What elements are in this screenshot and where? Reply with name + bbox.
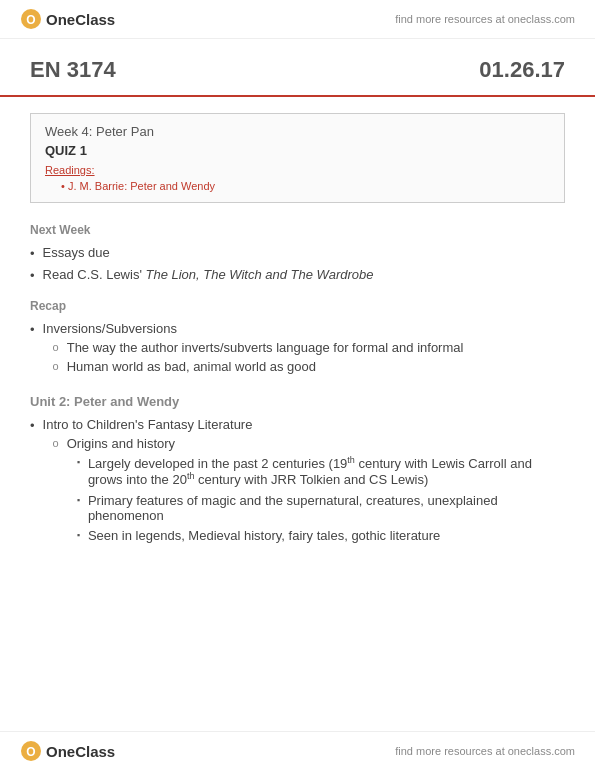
list-item: ▪ Largely developed in the past 2 centur… <box>77 455 565 488</box>
fantasy-sublist: o Origins and history ▪ Largely develope… <box>53 436 565 548</box>
origins-sub2: Primary features of magic and the supern… <box>88 493 565 523</box>
list-item: ▪ Primary features of magic and the supe… <box>77 493 565 523</box>
next-week-read: Read C.S. Lewis' The Lion, The Witch and… <box>43 267 374 282</box>
week-box-title: Week 4: Peter Pan <box>45 124 550 139</box>
bullet-icon: • <box>30 322 35 337</box>
sub-sub-bullet-icon: ▪ <box>77 495 80 505</box>
header-logo-text: OneClass <box>46 11 115 28</box>
unit2-list: • Intro to Children's Fantasy Literature… <box>30 417 565 552</box>
header-tagline: find more resources at oneclass.com <box>395 13 575 25</box>
list-item: o Origins and history ▪ Largely develope… <box>53 436 565 548</box>
origins-label: Origins and history <box>67 436 175 451</box>
next-week-list: • Essays due • Read C.S. Lewis' The Lion… <box>30 245 565 283</box>
oneclass-logo-icon: O <box>20 8 42 30</box>
bullet-icon: • <box>30 246 35 261</box>
course-code: EN 3174 <box>30 57 116 83</box>
main-content: Week 4: Peter Pan QUIZ 1 Readings: • J. … <box>0 97 595 574</box>
footer-logo-text: OneClass <box>46 743 115 760</box>
inversions-sublist: o The way the author inverts/subverts la… <box>53 340 464 374</box>
svg-text:O: O <box>26 13 35 27</box>
footer: O OneClass find more resources at onecla… <box>0 731 595 770</box>
svg-text:O: O <box>26 745 35 759</box>
unit2-title: Unit 2: Peter and Wendy <box>30 394 565 409</box>
origins-sub3: Seen in legends, Medieval history, fairy… <box>88 528 440 543</box>
course-date: 01.26.17 <box>479 57 565 83</box>
intro-fantasy-label: Intro to Children's Fantasy Literature <box>43 417 253 432</box>
origins-sublist: ▪ Largely developed in the past 2 centur… <box>77 455 565 543</box>
sub-bullet-icon: o <box>53 341 59 353</box>
oneclass-footer-logo-icon: O <box>20 740 42 762</box>
inversion-sub1: The way the author inverts/subverts lang… <box>67 340 464 355</box>
list-item: • Essays due <box>30 245 565 261</box>
sub-bullet-icon: o <box>53 360 59 372</box>
origins-sub1: Largely developed in the past 2 centurie… <box>88 455 565 488</box>
list-item: o The way the author inverts/subverts la… <box>53 340 464 355</box>
recap-list: • Inversions/Subversions o The way the a… <box>30 321 565 378</box>
next-week-title: Next Week <box>30 223 565 237</box>
footer-logo: O OneClass <box>20 740 115 762</box>
week-box-readings-label: Readings: <box>45 164 550 176</box>
list-item: o Human world as bad, animal world as go… <box>53 359 464 374</box>
footer-tagline: find more resources at oneclass.com <box>395 745 575 757</box>
sub-sub-bullet-icon: ▪ <box>77 530 80 540</box>
sub-sub-bullet-icon: ▪ <box>77 457 80 467</box>
week-box: Week 4: Peter Pan QUIZ 1 Readings: • J. … <box>30 113 565 203</box>
recap-title: Recap <box>30 299 565 313</box>
bullet-icon: • <box>30 268 35 283</box>
next-week-essays: Essays due <box>43 245 110 260</box>
list-item: ▪ Seen in legends, Medieval history, fai… <box>77 528 565 543</box>
top-bar: O OneClass find more resources at onecla… <box>0 0 595 39</box>
superscript: th <box>347 455 355 465</box>
sub-bullet-icon: o <box>53 437 59 449</box>
list-item: • Read C.S. Lewis' The Lion, The Witch a… <box>30 267 565 283</box>
week-box-quiz: QUIZ 1 <box>45 143 550 158</box>
header-logo: O OneClass <box>20 8 115 30</box>
bullet-icon: • <box>30 418 35 433</box>
superscript: th <box>187 471 195 481</box>
week-box-reading-item: • J. M. Barrie: Peter and Wendy <box>61 180 550 192</box>
list-item: • Inversions/Subversions o The way the a… <box>30 321 565 378</box>
book-title: The Lion, The Witch and The Wardrobe <box>145 267 373 282</box>
inversions-label: Inversions/Subversions <box>43 321 177 336</box>
list-item: • Intro to Children's Fantasy Literature… <box>30 417 565 552</box>
course-header: EN 3174 01.26.17 <box>0 39 595 97</box>
inversion-sub2: Human world as bad, animal world as good <box>67 359 316 374</box>
